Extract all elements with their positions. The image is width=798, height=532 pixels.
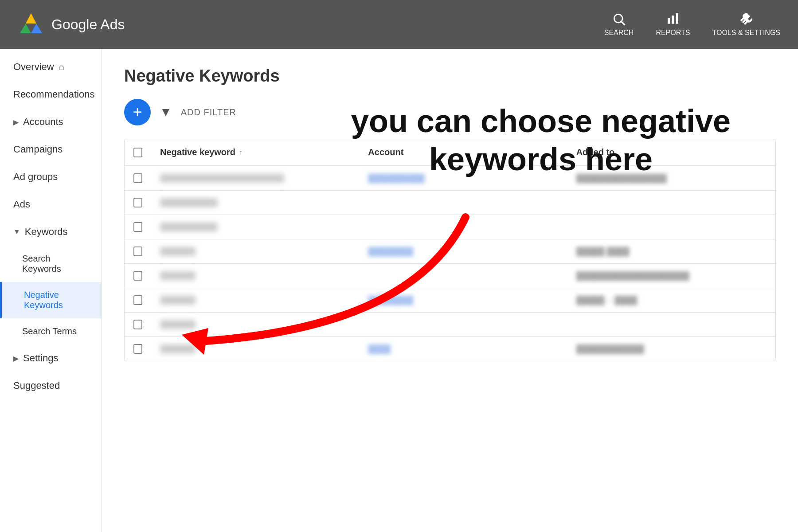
reports-nav-label: REPORTS bbox=[656, 29, 690, 37]
navbar: Google Ads SEARCH REPORTS TOOLS & SETTIN… bbox=[0, 0, 798, 49]
table-row: ████████████████████ bbox=[125, 264, 775, 288]
table-row bbox=[125, 191, 775, 215]
add-filter-label[interactable]: ADD FILTER bbox=[181, 107, 236, 117]
row6-account: ████████ bbox=[359, 296, 567, 305]
sidebar-suggested-label: Suggested bbox=[13, 380, 60, 391]
row6-checkbox-col bbox=[125, 295, 151, 305]
row1-added-to: ████████████████ bbox=[567, 174, 775, 183]
header-checkbox-col bbox=[125, 147, 151, 157]
row5-keyword bbox=[151, 271, 359, 281]
row8-account: ████ bbox=[359, 344, 567, 354]
row7-keyword bbox=[151, 320, 359, 329]
add-button[interactable]: + bbox=[124, 99, 151, 125]
row8-keyword bbox=[151, 344, 359, 354]
row6-keyword-value bbox=[160, 296, 196, 305]
sidebar-campaigns-label: Campaigns bbox=[13, 144, 63, 155]
sidebar-item-accounts[interactable]: ▶ Accounts bbox=[0, 108, 102, 136]
sidebar-overview-label: Overview bbox=[13, 61, 54, 73]
sidebar-item-search-keywords[interactable]: Search Keywords bbox=[0, 246, 102, 282]
row1-checkbox[interactable] bbox=[133, 173, 142, 183]
svg-marker-3 bbox=[31, 23, 42, 33]
sidebar-item-recommendations[interactable]: Recommendations bbox=[0, 81, 102, 108]
row3-keyword-value bbox=[160, 223, 218, 231]
sidebar-keywords-label: Keywords bbox=[25, 226, 68, 238]
filter-icon[interactable]: ▼ bbox=[160, 105, 172, 119]
row6-checkbox[interactable] bbox=[133, 295, 142, 305]
row2-checkbox[interactable] bbox=[133, 198, 142, 207]
sidebar-search-terms-label: Search Terms bbox=[22, 326, 77, 336]
header-account: Account bbox=[359, 147, 567, 157]
row5-keyword-value bbox=[160, 271, 196, 280]
search-nav-label: SEARCH bbox=[604, 29, 634, 37]
row8-keyword-value bbox=[160, 344, 196, 353]
row1-keyword bbox=[151, 174, 359, 183]
sidebar-item-campaigns[interactable]: Campaigns bbox=[0, 136, 102, 163]
col-negative-keyword-label: Negative keyword bbox=[160, 147, 235, 157]
table-row: ████ ████████████ bbox=[125, 337, 775, 361]
accounts-expand-icon: ▶ bbox=[13, 118, 19, 126]
row6-added-to: █████ ─ ████ bbox=[567, 296, 775, 305]
row3-checkbox[interactable] bbox=[133, 222, 142, 232]
row7-keyword-value bbox=[160, 320, 196, 329]
sidebar-item-adgroups[interactable]: Ad groups bbox=[0, 163, 102, 191]
table-row: ████████ █████ ─ ████ bbox=[125, 288, 775, 313]
reports-nav-button[interactable]: REPORTS bbox=[656, 12, 690, 37]
svg-rect-8 bbox=[676, 13, 678, 24]
sidebar-item-search-terms[interactable]: Search Terms bbox=[0, 318, 102, 344]
svg-point-4 bbox=[614, 14, 622, 23]
search-nav-button[interactable]: SEARCH bbox=[604, 12, 634, 37]
keywords-table: Negative keyword ↑ Account Added to bbox=[124, 139, 776, 361]
row1-checkbox-col bbox=[125, 173, 151, 183]
tools-nav-label: TOOLS & SETTINGS bbox=[712, 29, 780, 37]
row4-keyword bbox=[151, 247, 359, 256]
sidebar-settings-label: Settings bbox=[23, 352, 59, 364]
app-title: Google Ads bbox=[51, 16, 125, 33]
svg-marker-2 bbox=[20, 23, 31, 33]
row1-keyword-value bbox=[160, 174, 284, 183]
row7-checkbox[interactable] bbox=[133, 320, 142, 329]
table-row bbox=[125, 313, 775, 337]
row8-added-to: ████████████ bbox=[567, 344, 775, 354]
row1-account: ██████████ bbox=[359, 174, 567, 183]
row6-keyword bbox=[151, 296, 359, 305]
sidebar-item-ads[interactable]: Ads bbox=[0, 191, 102, 218]
settings-expand-icon: ▶ bbox=[13, 354, 19, 363]
google-ads-logo-icon bbox=[18, 11, 44, 38]
tools-icon bbox=[739, 12, 753, 26]
col-added-to-label: Added to bbox=[576, 147, 615, 157]
sort-icon[interactable]: ↑ bbox=[239, 149, 243, 156]
sidebar-adgroups-label: Ad groups bbox=[13, 171, 58, 183]
sidebar-item-keywords[interactable]: ▼ Keywords bbox=[0, 218, 102, 246]
svg-marker-1 bbox=[26, 13, 36, 23]
sidebar-search-keywords-label: Search Keywords bbox=[22, 254, 88, 274]
main-layout: Overview ⌂ Recommendations ▶ Accounts Ca… bbox=[0, 49, 798, 532]
sidebar-negative-keywords-label: Negative Keywords bbox=[24, 290, 88, 310]
sidebar-item-negative-keywords[interactable]: Negative Keywords bbox=[0, 282, 102, 318]
header-negative-keyword: Negative keyword ↑ bbox=[151, 147, 359, 157]
page-title: Negative Keywords bbox=[124, 66, 776, 86]
sidebar-accounts-label: Accounts bbox=[23, 116, 63, 128]
home-icon: ⌂ bbox=[59, 61, 64, 73]
main-content: Negative Keywords + ▼ ADD FILTER Negativ… bbox=[102, 49, 798, 532]
row3-keyword bbox=[151, 223, 359, 232]
row4-checkbox-col bbox=[125, 246, 151, 256]
row5-checkbox[interactable] bbox=[133, 271, 142, 281]
row7-checkbox-col bbox=[125, 320, 151, 329]
row8-checkbox[interactable] bbox=[133, 344, 142, 354]
svg-rect-6 bbox=[668, 18, 670, 23]
keywords-collapse-icon: ▼ bbox=[13, 228, 20, 236]
row5-checkbox-col bbox=[125, 271, 151, 281]
row4-account: ████████ bbox=[359, 247, 567, 256]
tools-nav-button[interactable]: TOOLS & SETTINGS bbox=[712, 12, 780, 37]
row3-checkbox-col bbox=[125, 222, 151, 232]
sidebar-item-overview[interactable]: Overview ⌂ bbox=[0, 53, 102, 81]
header-added-to: Added to bbox=[567, 147, 775, 157]
sidebar-item-suggested[interactable]: Suggested bbox=[0, 372, 102, 399]
sidebar-item-settings[interactable]: ▶ Settings bbox=[0, 344, 102, 372]
row4-checkbox[interactable] bbox=[133, 246, 142, 256]
select-all-checkbox[interactable] bbox=[133, 148, 142, 157]
logo-area: Google Ads bbox=[18, 11, 125, 38]
search-icon bbox=[612, 12, 626, 26]
table-row: ██████████ ████████████████ bbox=[125, 166, 775, 191]
plus-icon: + bbox=[133, 104, 142, 120]
